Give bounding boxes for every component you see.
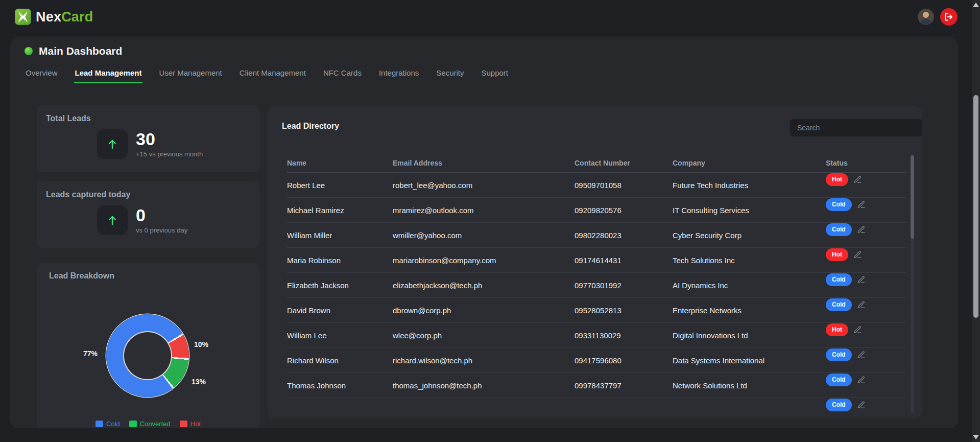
edit-pencil-icon [857, 376, 866, 384]
total-leads-card: Total Leads 30 +15 vs previous month [37, 105, 259, 172]
edit-pencil-icon [853, 175, 862, 184]
scroll-up-arrow-icon[interactable] [973, 3, 979, 7]
stat-value: 0 [136, 206, 187, 225]
table-row[interactable]: Elizabeth Jackson elizabethjackson@tech.… [287, 273, 906, 298]
status-badge: Hot [826, 173, 848, 186]
cell-company: AI Dynamics Inc [673, 281, 826, 290]
cell-company: IT Consulting Services [673, 206, 826, 215]
edit-pencil-icon [857, 225, 866, 234]
status-badge: Cold [826, 198, 852, 211]
edit-pencil-icon [857, 300, 866, 309]
table-row[interactable]: Maria Robinson mariarobinson@company.com… [287, 248, 906, 273]
scroll-down-arrow-icon[interactable] [973, 435, 979, 439]
brand-logo[interactable]: NexCard [14, 8, 93, 26]
cell-contact: 09209820576 [575, 206, 673, 215]
page-scrollbar-track[interactable] [972, 0, 980, 442]
cell-contact: 09417596080 [575, 356, 673, 365]
lead-table: Name Email Address Contact Number Compan… [287, 153, 906, 418]
lead-directory-panel: Lead Directory Name Email Address Contac… [268, 106, 922, 418]
cell-email: robert_lee@yahoo.com [393, 181, 575, 190]
status-badge: Hot [826, 323, 848, 336]
table-row[interactable]: Thomas Johnson thomas_johnson@tech.ph 09… [287, 373, 906, 398]
logout-button[interactable] [940, 8, 958, 26]
search-input[interactable] [790, 119, 922, 137]
cell-name: Thomas Johnson [287, 381, 393, 390]
table-header: Name Email Address Contact Number Compan… [287, 153, 906, 173]
edit-lead-button[interactable] [853, 175, 862, 184]
legend-swatch [180, 421, 187, 427]
cell-email: wmiller@yahoo.com [393, 231, 575, 240]
cell-email: richard.wilson@tech.ph [393, 356, 575, 365]
card-title: Lead Breakdown [49, 271, 247, 281]
tab-overview[interactable]: Overview [25, 65, 59, 83]
tab-client-management[interactable]: Client Management [238, 65, 307, 83]
trend-up-icon [97, 205, 128, 235]
cell-name: William Miller [287, 231, 393, 240]
edit-lead-button[interactable] [857, 376, 866, 384]
edit-lead-button[interactable] [857, 225, 866, 234]
cell-company: Network Solutions Ltd [673, 381, 826, 390]
status-badge: Cold [826, 223, 852, 236]
edit-lead-button[interactable] [857, 351, 866, 359]
cell-contact: 09802280023 [575, 231, 673, 240]
cell-name: David Brown [287, 306, 393, 315]
legend-item: Cold [95, 420, 120, 428]
cell-name: William Lee [287, 331, 393, 340]
table-body: Robert Lee robert_lee@yahoo.com 09509701… [287, 173, 906, 418]
status-badge: Cold [826, 273, 852, 286]
table-scrollbar-track[interactable] [911, 154, 914, 413]
cell-email: mramirez@outlook.com [393, 206, 575, 215]
table-row[interactable]: David Brown dbrown@corp.ph 09528052813 E… [287, 298, 906, 323]
legend-label: Cold [106, 420, 120, 428]
cell-email: dbrown@corp.ph [393, 306, 575, 315]
page-scrollbar-thumb[interactable] [973, 95, 978, 318]
tab-lead-management[interactable]: Lead Management [74, 65, 143, 83]
tab-security[interactable]: Security [435, 65, 465, 83]
card-title: Total Leads [46, 114, 250, 123]
cell-name: Michael Ramirez [287, 206, 393, 215]
legend-label: Converted [140, 420, 171, 428]
edit-lead-button[interactable] [857, 200, 866, 209]
table-row[interactable]: Michael Ramirez mramirez@outlook.com 092… [287, 198, 906, 223]
legend-item: Hot [180, 420, 201, 428]
donut-label-cold: 77% [83, 350, 98, 358]
legend-swatch [95, 421, 103, 427]
chart-legend: Cold Converted Hot [49, 420, 247, 428]
status-badge: Cold [826, 348, 852, 361]
table-row[interactable]: Richard Wilson richard.wilson@tech.ph 09… [287, 348, 906, 373]
col-company: Company [673, 159, 826, 167]
table-row[interactable]: Robert Lee robert_lee@yahoo.com 09509701… [287, 173, 906, 198]
edit-lead-button[interactable] [857, 401, 866, 409]
trend-up-icon [97, 129, 128, 159]
edit-pencil-icon [853, 325, 862, 334]
logout-icon [944, 12, 953, 21]
tab-nfc-cards[interactable]: NFC Cards [322, 65, 363, 83]
donut-hole [123, 331, 172, 380]
table-row[interactable]: William Miller wmiller@yahoo.com 0980228… [287, 223, 906, 248]
col-status: Status [826, 159, 906, 167]
edit-lead-button[interactable] [853, 325, 862, 334]
tab-support[interactable]: Support [480, 65, 509, 83]
edit-lead-button[interactable] [857, 300, 866, 309]
table-row[interactable]: Cold [287, 398, 906, 418]
legend-item: Converted [129, 420, 171, 428]
topbar: NexCard [0, 0, 972, 34]
tab-bar: OverviewLead ManagementUser ManagementCl… [25, 65, 509, 83]
table-scrollbar-thumb[interactable] [911, 155, 914, 239]
cell-name: Elizabeth Jackson [287, 281, 393, 290]
cell-company: Data Systems International [673, 356, 826, 365]
edit-lead-button[interactable] [857, 275, 866, 284]
col-contact: Contact Number [575, 159, 673, 167]
tab-integrations[interactable]: Integrations [378, 65, 420, 83]
cell-contact: 09528052813 [575, 306, 673, 315]
tab-user-management[interactable]: User Management [158, 65, 223, 83]
table-row[interactable]: William Lee wlee@corp.ph 09331130029 Dig… [287, 323, 906, 348]
dashboard-container: Main Dashboard OverviewLead ManagementUs… [10, 37, 958, 428]
status-badge: Hot [826, 248, 848, 261]
user-avatar[interactable] [918, 9, 934, 25]
edit-pencil-icon [857, 401, 866, 409]
cell-email: mariarobinson@company.com [393, 256, 575, 265]
donut-chart [106, 314, 189, 397]
edit-lead-button[interactable] [853, 250, 862, 259]
cell-email: elizabethjackson@tech.ph [393, 281, 575, 290]
